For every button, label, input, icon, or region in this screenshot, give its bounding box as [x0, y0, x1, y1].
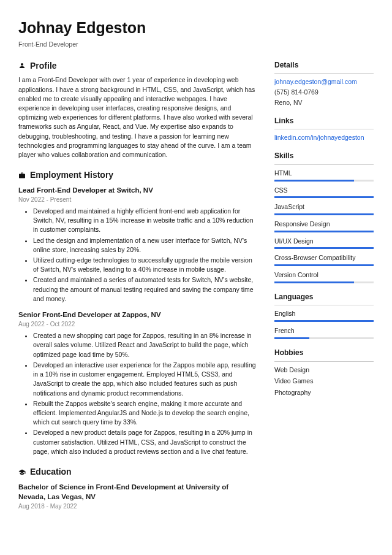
skill-label: Cross-Browser Compatibility: [274, 253, 374, 262]
hobby-item: Web Design: [274, 366, 374, 375]
skill-label: Responsive Design: [274, 220, 374, 229]
divider: [274, 164, 374, 165]
job-bullet: Utilized cutting-edge technologies to su…: [33, 256, 257, 274]
skill-item: CSS: [274, 186, 374, 199]
person-icon: [18, 62, 26, 69]
links-section: Links linkedin.com/in/johnayedgeston: [274, 116, 374, 142]
skills-heading: Skills: [274, 151, 374, 161]
skill-item: Responsive Design: [274, 220, 374, 232]
job-dates: Nov 2022 - Present: [18, 196, 257, 204]
job-bullet: Led the design and implementation of a n…: [33, 236, 257, 255]
job-bullet: Created and maintained a series of autom…: [33, 275, 257, 304]
skill-bar: [274, 337, 374, 339]
skill-label: UI/UX Design: [274, 237, 374, 246]
details-heading: Details: [274, 60, 374, 71]
skill-label: HTML: [274, 169, 374, 178]
hobby-item: Video Games: [274, 377, 374, 386]
skill-item: Version Control: [274, 270, 374, 283]
main-column: Profile I am a Front-End Developer with …: [18, 60, 257, 521]
job-bullet: Developed and maintained a highly effici…: [33, 207, 257, 235]
skill-bar: [274, 264, 374, 266]
location-text: Reno, NV: [274, 98, 374, 107]
skill-item: UI/UX Design: [274, 237, 374, 250]
divider: [274, 305, 374, 305]
briefcase-icon: [18, 172, 26, 179]
skill-item: HTML: [274, 169, 374, 182]
job-bullets: Created a new shopping cart page for Zap…: [18, 331, 257, 456]
job-bullet: Developed a new product details page for…: [33, 428, 257, 456]
job-entry: Senior Front-End Developer at Zappos, NV…: [18, 310, 257, 456]
skill-fill: [274, 196, 374, 198]
job-title: Senior Front-End Developer at Zappos, NV: [18, 310, 257, 320]
skill-label: English: [274, 309, 374, 318]
skill-label: French: [274, 326, 374, 335]
profile-text: I am a Front-End Developer with over 1 y…: [18, 75, 257, 159]
skill-label: JavaScript: [274, 202, 374, 212]
skill-item: JavaScript: [274, 202, 374, 215]
skill-fill: [274, 180, 354, 182]
skill-bar: [274, 247, 374, 249]
skill-fill: [274, 320, 374, 322]
skill-bar: [274, 320, 374, 322]
skill-bar: [274, 281, 374, 283]
job-bullet: Rebuilt the Zappos website's search engi…: [33, 399, 257, 427]
employment-heading: Employment History: [30, 169, 113, 182]
person-title: Front-End Developer: [18, 40, 374, 49]
job-entry: Lead Front-End Developer at Switch, NVNo…: [18, 185, 257, 304]
email-link[interactable]: johnay.edgeston@gmail.com: [274, 77, 374, 86]
job-title: Lead Front-End Developer at Switch, NV: [18, 185, 257, 195]
employment-section: Employment History Lead Front-End Develo…: [18, 169, 257, 456]
skill-fill: [274, 281, 354, 283]
skill-fill: [274, 264, 374, 266]
details-section: Details johnay.edgeston@gmail.com (575) …: [274, 60, 374, 107]
skills-section: Skills HTMLCSSJavaScriptResponsive Desig…: [274, 151, 374, 283]
education-dates: Aug 2018 - May 2022: [18, 502, 257, 511]
person-name: Johnay Edgeston: [18, 17, 374, 39]
divider: [274, 73, 374, 74]
links-heading: Links: [274, 116, 374, 126]
skill-item: Cross-Browser Compatibility: [274, 253, 374, 266]
skill-bar: [274, 213, 374, 215]
job-bullets: Developed and maintained a highly effici…: [18, 207, 257, 304]
skill-fill: [274, 337, 309, 339]
skill-item: English: [274, 309, 374, 322]
graduation-icon: [18, 469, 26, 476]
languages-heading: Languages: [274, 292, 374, 302]
languages-section: Languages EnglishFrench: [274, 292, 374, 339]
hobbies-section: Hobbies Web DesignVideo GamesPhotography: [274, 348, 374, 397]
resume-layout: Profile I am a Front-End Developer with …: [18, 60, 374, 521]
skill-bar: [274, 180, 374, 182]
skill-fill: [274, 231, 374, 232]
divider: [274, 129, 374, 129]
profile-heading: Profile: [30, 60, 57, 72]
divider: [274, 361, 374, 362]
skill-fill: [274, 213, 374, 215]
skill-fill: [274, 247, 374, 249]
side-column: Details johnay.edgeston@gmail.com (575) …: [274, 60, 374, 521]
skill-bar: [274, 196, 374, 198]
job-bullet: Developed an interactive user experience…: [33, 361, 257, 398]
skill-item: French: [274, 326, 374, 339]
education-section: Education Bachelor of Science in Front-E…: [18, 466, 257, 511]
skill-bar: [274, 231, 374, 232]
hobby-item: Photography: [274, 388, 374, 397]
hobbies-heading: Hobbies: [274, 348, 374, 358]
linkedin-link[interactable]: linkedin.com/in/johnayedgeston: [274, 133, 374, 142]
phone-text: (575) 814-0769: [274, 88, 374, 97]
education-degree: Bachelor of Science in Front-End Develop…: [18, 482, 257, 502]
skill-label: Version Control: [274, 270, 374, 280]
job-dates: Aug 2022 - Oct 2022: [18, 320, 257, 329]
skill-label: CSS: [274, 186, 374, 195]
education-heading: Education: [30, 466, 72, 478]
profile-section: Profile I am a Front-End Developer with …: [18, 60, 257, 160]
resume-header: Johnay Edgeston Front-End Developer: [18, 17, 374, 49]
job-bullet: Created a new shopping cart page for Zap…: [33, 331, 257, 359]
